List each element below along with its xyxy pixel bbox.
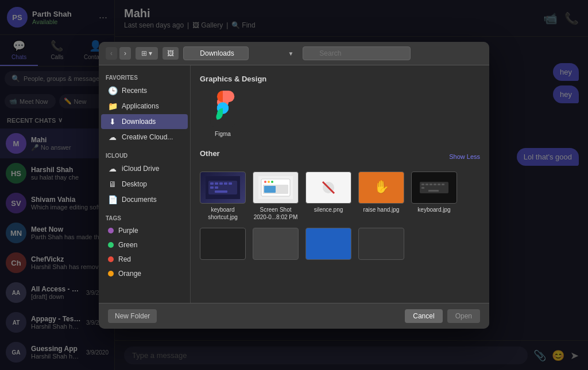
creative-cloud-icon: ☁ — [108, 133, 117, 142]
svg-rect-33 — [428, 190, 439, 192]
documents-icon: 📄 — [108, 195, 117, 204]
sidebar-item-applications[interactable]: 📁 Applications — [101, 99, 188, 114]
picker-footer: New Folder Cancel Open — [99, 303, 489, 329]
svg-rect-8 — [229, 182, 232, 185]
icloud-label: iCloud — [99, 149, 190, 161]
search-wrapper: 🔍 — [303, 46, 482, 60]
svg-rect-27 — [425, 184, 428, 185]
picker-toolbar: ‹ › ⊞ ▾ 🖼 ⬇ Downloads ▼ 🔍 — [99, 42, 489, 65]
file-item-row2-2[interactable] — [253, 228, 299, 262]
thumb-row2-3 — [305, 228, 351, 260]
svg-rect-37 — [364, 232, 399, 255]
downloads-icon: ⬇ — [108, 117, 117, 126]
purple-dot — [108, 228, 114, 233]
sidebar-tag-red[interactable]: Red — [101, 252, 188, 266]
file-item-silence[interactable]: silence.png — [305, 172, 351, 221]
file-item-figma[interactable]: Figma — [200, 90, 246, 138]
file-item-row2-1[interactable] — [200, 228, 246, 262]
svg-rect-28 — [430, 184, 432, 185]
cancel-button[interactable]: Cancel — [405, 309, 442, 323]
sidebar-item-downloads[interactable]: ⬇ Downloads — [101, 114, 188, 129]
svg-rect-5 — [215, 182, 218, 185]
back-button[interactable]: ‹ — [106, 47, 117, 60]
svg-point-15 — [268, 181, 270, 183]
sidebar-tag-purple[interactable]: Purple — [101, 224, 188, 237]
green-dot — [108, 242, 114, 248]
graphics-design-title: Graphics & Design — [200, 75, 480, 83]
sidebar-item-documents[interactable]: 📄 Documents — [101, 192, 188, 207]
svg-rect-29 — [434, 184, 436, 185]
forward-button[interactable]: › — [119, 47, 131, 60]
file-item-keyboard[interactable]: keyboard.jpg — [411, 172, 457, 221]
file-grid-other: keyboard shortcut.jpg Screen Shot 2020-0… — [200, 172, 480, 262]
file-name: silence.png — [314, 206, 343, 213]
svg-rect-32 — [421, 187, 424, 189]
thumb-row2-4 — [358, 228, 404, 260]
file-name: Screen Shot 2020-0...8:02 PM — [253, 206, 299, 221]
figma-icon — [204, 90, 241, 127]
chevron-down-icon: ▼ — [288, 50, 293, 56]
svg-rect-11 — [215, 190, 227, 193]
thumb-screenshot — [253, 172, 299, 204]
file-name: keyboard shortcut.jpg — [200, 206, 246, 221]
recents-icon: 🕒 — [108, 86, 117, 95]
other-section-header: Other Show Less — [200, 149, 480, 165]
thumb-row2-1 — [200, 228, 246, 260]
svg-rect-30 — [438, 184, 440, 185]
search-input[interactable] — [303, 46, 411, 60]
new-folder-button[interactable]: New Folder — [108, 309, 157, 323]
svg-rect-18 — [264, 186, 276, 193]
svg-rect-9 — [210, 186, 214, 189]
svg-rect-10 — [215, 186, 218, 189]
other-title: Other — [200, 149, 220, 158]
svg-rect-36 — [311, 232, 346, 255]
sidebar-tag-green[interactable]: Green — [101, 238, 188, 252]
file-grid-gd: Figma — [200, 90, 480, 138]
svg-rect-34 — [206, 232, 240, 255]
sidebar-item-icloud-drive[interactable]: ☁ iCloud Drive — [101, 161, 188, 176]
icloud-drive-icon: ☁ — [108, 164, 117, 173]
file-name: Figma — [215, 130, 231, 138]
thumb-keyboard-shortcut — [200, 172, 246, 204]
picker-content: Graphics & Design — [191, 65, 489, 303]
svg-rect-35 — [258, 232, 293, 255]
thumb-keyboard — [411, 172, 457, 204]
file-item-row2-3[interactable] — [305, 228, 351, 262]
sidebar-item-desktop[interactable]: 🖥 Desktop — [101, 177, 188, 192]
footer-actions: Cancel Open — [405, 309, 480, 323]
thumb-raise-hand: ✋ — [358, 172, 404, 204]
svg-point-14 — [264, 181, 266, 183]
location-wrapper: ⬇ Downloads ▼ — [183, 46, 298, 60]
file-item-raise-hand[interactable]: ✋ raise hand.jpg — [358, 172, 404, 221]
sidebar-item-recents[interactable]: 🕒 Recents — [101, 83, 188, 98]
svg-rect-26 — [421, 184, 424, 185]
picker-sidebar: Favorites 🕒 Recents 📁 Applications ⬇ Dow… — [99, 65, 191, 303]
svg-rect-31 — [442, 184, 444, 185]
gallery-view-button[interactable]: 🖼 — [163, 47, 179, 60]
file-picker-overlay: ‹ › ⊞ ▾ 🖼 ⬇ Downloads ▼ 🔍 Favorites — [0, 0, 588, 370]
sidebar-item-creative-cloud[interactable]: ☁ Creative Cloud... — [101, 130, 188, 145]
svg-rect-7 — [224, 182, 227, 185]
show-less-button[interactable]: Show Less — [449, 153, 480, 160]
svg-point-16 — [271, 181, 273, 183]
svg-text:✋: ✋ — [374, 179, 390, 194]
favorites-label: Favorites — [99, 71, 190, 83]
view-mode-button[interactable]: ⊞ ▾ — [136, 47, 158, 60]
svg-rect-6 — [219, 182, 223, 185]
orange-dot — [108, 271, 114, 276]
thumb-row2-2 — [253, 228, 299, 260]
file-item-screenshot[interactable]: Screen Shot 2020-0...8:02 PM — [253, 172, 299, 221]
thumb-silence — [305, 172, 351, 204]
location-select[interactable]: Downloads — [183, 46, 249, 60]
desktop-icon: 🖥 — [108, 180, 117, 189]
red-dot — [108, 256, 114, 262]
file-item-row2-4[interactable] — [358, 228, 404, 262]
toolbar-nav: ‹ › — [106, 47, 131, 60]
sidebar-tag-orange[interactable]: Orange — [101, 267, 188, 281]
file-item-keyboard-shortcut[interactable]: keyboard shortcut.jpg — [200, 172, 246, 221]
file-name: raise hand.jpg — [363, 206, 400, 213]
svg-rect-4 — [210, 182, 214, 185]
applications-icon: 📁 — [108, 102, 117, 111]
file-picker: ‹ › ⊞ ▾ 🖼 ⬇ Downloads ▼ 🔍 Favorites — [99, 42, 489, 329]
open-button[interactable]: Open — [447, 309, 480, 323]
